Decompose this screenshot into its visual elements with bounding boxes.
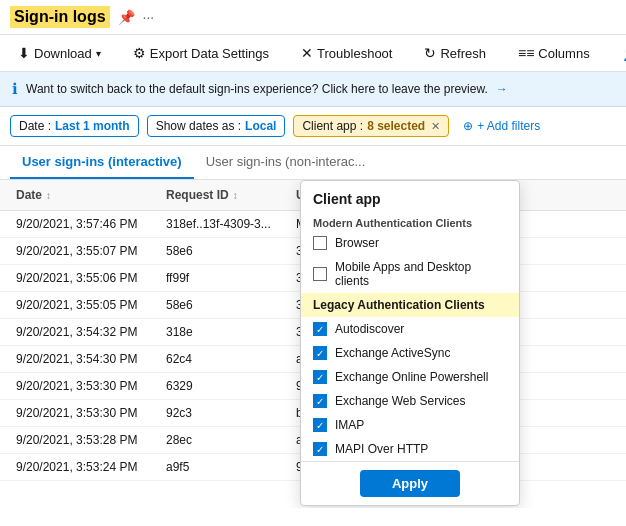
checkbox-mapi-over-http[interactable]: ✓ <box>313 442 327 456</box>
cell-request-id: a9f5 <box>160 454 290 480</box>
client-app-dropdown: Client app Modern Authentication Clients… <box>300 180 520 506</box>
client-app-val: 8 selected <box>367 119 425 133</box>
label-exchange-web-services: Exchange Web Services <box>335 394 466 408</box>
client-app-close-icon[interactable]: ✕ <box>431 120 440 133</box>
user-icon: 👤 <box>622 45 626 61</box>
download-button[interactable]: ⬇ Download ▾ <box>8 39 111 67</box>
dropdown-item-browser[interactable]: Browser <box>301 231 519 255</box>
date-filter-val: Last 1 month <box>55 119 130 133</box>
cell-date: 9/20/2021, 3:55:06 PM <box>10 265 160 291</box>
pin-icon[interactable]: 📌 <box>118 9 135 25</box>
label-mobile-desktop: Mobile Apps and Desktop clients <box>335 260 507 288</box>
dropdown-item-autodiscover[interactable]: ✓ Autodiscover <box>301 317 519 341</box>
cell-date: 9/20/2021, 3:53:30 PM <box>10 400 160 426</box>
checkbox-exchange-web-services[interactable]: ✓ <box>313 394 327 408</box>
legacy-section-text: Legacy Authentication Clients <box>313 298 485 312</box>
label-imap: IMAP <box>335 418 364 432</box>
dropdown-item-mobile-desktop[interactable]: Mobile Apps and Desktop clients <box>301 255 519 293</box>
filter-bar: Date : Last 1 month Show dates as : Loca… <box>0 107 626 146</box>
label-exchange-online-powershell: Exchange Online Powershell <box>335 370 488 384</box>
sort-requestid-icon[interactable]: ↕ <box>233 190 238 201</box>
checkbox-browser[interactable] <box>313 236 327 250</box>
info-link[interactable]: → <box>496 82 508 96</box>
cell-date: 9/20/2021, 3:53:28 PM <box>10 427 160 453</box>
checkbox-exchange-activesync[interactable]: ✓ <box>313 346 327 360</box>
download-icon: ⬇ <box>18 45 30 61</box>
info-icon: ℹ <box>12 80 18 98</box>
dropdown-scroll-area[interactable]: Modern Authentication Clients Browser Mo… <box>301 213 519 461</box>
sort-date-icon[interactable]: ↕ <box>46 190 51 201</box>
cell-request-id: 318ef..13f-4309-3... <box>160 211 290 237</box>
toolbar: ⬇ Download ▾ ⚙ Export Data Settings ✕ Tr… <box>0 35 626 72</box>
info-banner: ℹ Want to switch back to the default sig… <box>0 72 626 107</box>
legacy-auth-section-label: Legacy Authentication Clients <box>301 293 519 317</box>
show-dates-val: Local <box>245 119 276 133</box>
client-app-filter-chip[interactable]: Client app : 8 selected ✕ <box>293 115 449 137</box>
label-mapi-over-http: MAPI Over HTTP <box>335 442 428 456</box>
refresh-button[interactable]: ↻ Refresh <box>414 39 496 67</box>
export-button[interactable]: ⚙ Export Data Settings <box>123 39 279 67</box>
main-content: Date ↕ Request ID ↕ User Status 9/20/202… <box>0 180 626 508</box>
dropdown-title: Client app <box>301 181 519 213</box>
columns-icon: ≡≡ <box>518 45 534 61</box>
add-filter-icon: ⊕ <box>463 119 473 133</box>
cell-request-id: 318e <box>160 319 290 345</box>
info-text: Want to switch back to the default sign-… <box>26 82 488 96</box>
checkbox-mobile-desktop[interactable] <box>313 267 327 281</box>
th-request-id: Request ID ↕ <box>160 180 290 210</box>
troubleshoot-icon: ✕ <box>301 45 313 61</box>
cell-date: 9/20/2021, 3:53:30 PM <box>10 373 160 399</box>
cell-date: 9/20/2021, 3:55:07 PM <box>10 238 160 264</box>
tabs-bar: User sign-ins (interactive) User sign-in… <box>0 146 626 180</box>
got-button[interactable]: 👤 Got fe <box>612 39 626 67</box>
dropdown-item-exchange-web-services[interactable]: ✓ Exchange Web Services <box>301 389 519 413</box>
date-filter-key: Date : <box>19 119 51 133</box>
dropdown-item-exchange-activesync[interactable]: ✓ Exchange ActiveSync <box>301 341 519 365</box>
label-autodiscover: Autodiscover <box>335 322 404 336</box>
cell-date: 9/20/2021, 3:55:05 PM <box>10 292 160 318</box>
cell-request-id: 6329 <box>160 373 290 399</box>
cell-date: 9/20/2021, 3:53:24 PM <box>10 454 160 480</box>
download-caret: ▾ <box>96 48 101 59</box>
label-exchange-activesync: Exchange ActiveSync <box>335 346 450 360</box>
cell-date: 9/20/2021, 3:57:46 PM <box>10 211 160 237</box>
cell-date: 9/20/2021, 3:54:30 PM <box>10 346 160 372</box>
columns-button[interactable]: ≡≡ Columns <box>508 39 600 67</box>
dropdown-item-mapi-over-http[interactable]: ✓ MAPI Over HTTP <box>301 437 519 461</box>
apply-button[interactable]: Apply <box>360 470 460 497</box>
dropdown-footer: Apply <box>301 461 519 505</box>
label-browser: Browser <box>335 236 379 250</box>
title-bar: Sign-in logs 📌 ··· <box>0 0 626 35</box>
date-filter-chip[interactable]: Date : Last 1 month <box>10 115 139 137</box>
refresh-icon: ↻ <box>424 45 436 61</box>
cell-request-id: 92c3 <box>160 400 290 426</box>
cell-request-id: 28ec <box>160 427 290 453</box>
cell-request-id: 58e6 <box>160 238 290 264</box>
modern-auth-section-label: Modern Authentication Clients <box>301 213 519 231</box>
checkbox-autodiscover[interactable]: ✓ <box>313 322 327 336</box>
more-icon[interactable]: ··· <box>143 9 155 25</box>
client-app-key: Client app : <box>302 119 363 133</box>
dropdown-item-imap[interactable]: ✓ IMAP <box>301 413 519 437</box>
page-title: Sign-in logs <box>10 6 110 28</box>
show-dates-key: Show dates as : <box>156 119 241 133</box>
dropdown-item-exchange-online-powershell[interactable]: ✓ Exchange Online Powershell <box>301 365 519 389</box>
troubleshoot-button[interactable]: ✕ Troubleshoot <box>291 39 402 67</box>
cell-request-id: 58e6 <box>160 292 290 318</box>
tab-interactive[interactable]: User sign-ins (interactive) <box>10 146 194 179</box>
th-date: Date ↕ <box>10 180 160 210</box>
cell-request-id: 62c4 <box>160 346 290 372</box>
cell-date: 9/20/2021, 3:54:32 PM <box>10 319 160 345</box>
cell-request-id: ff99f <box>160 265 290 291</box>
export-icon: ⚙ <box>133 45 146 61</box>
checkbox-exchange-online-powershell[interactable]: ✓ <box>313 370 327 384</box>
show-dates-filter-chip[interactable]: Show dates as : Local <box>147 115 286 137</box>
tab-non-interactive[interactable]: User sign-ins (non-interac... <box>194 146 378 179</box>
checkbox-imap[interactable]: ✓ <box>313 418 327 432</box>
add-filter-button[interactable]: ⊕ + Add filters <box>457 116 546 136</box>
